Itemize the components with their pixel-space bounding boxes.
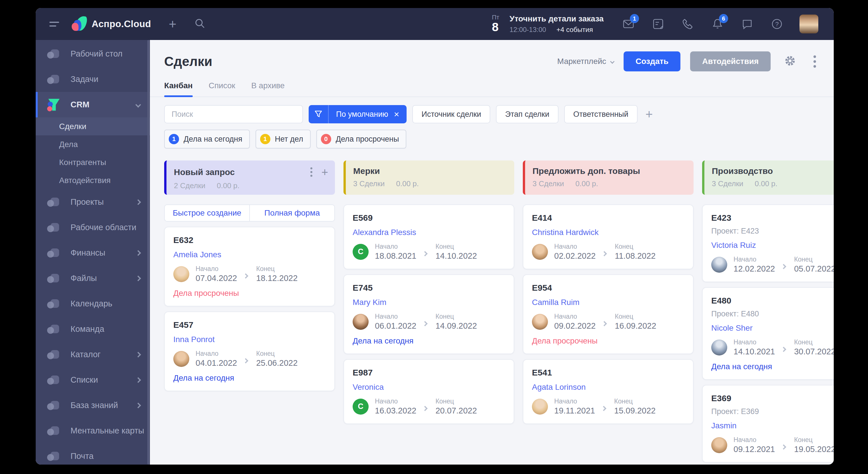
lists-icon [47,374,60,386]
avatar [711,340,727,355]
column-title: Производство [712,166,834,176]
sidebar-item-lists[interactable]: Списки [36,367,150,392]
notes-icon[interactable] [652,18,665,31]
deal-card-E632[interactable]: E632 Amelia Jones Начало07.04.2022 Конец… [164,227,335,306]
chip-today[interactable]: 1 Дела на сегодня [164,130,250,149]
client-link[interactable]: Inna Ponrot [173,335,326,344]
sidebar-item-projects[interactable]: Проекты [36,189,150,215]
deal-card-E987[interactable]: E987 Veronica C Начало16.03.2022 Конец20… [343,359,514,424]
app-logo[interactable]: Аспро.Cloud [72,16,151,32]
sidebar-item-tasks[interactable]: Задачи [36,66,150,92]
help-icon[interactable]: ? [770,18,783,31]
quick-add-icon[interactable]: + [169,18,177,31]
column-new-request: Новый запрос + 2 Сделки 0.00 р. [164,160,335,465]
sidebar-item-desktop[interactable]: Рабочий стол [36,41,150,66]
mail-icon[interactable]: 1 [622,18,635,31]
deal-card-E541[interactable]: E541 Agata Lorinson Начало19.11.2021 Кон… [523,359,693,424]
sidebar-item-files[interactable]: Файлы [36,265,150,291]
phone-icon[interactable] [681,18,694,31]
tab-archive[interactable]: В архиве [251,81,285,96]
arrow-right-icon [601,321,607,326]
deal-id: E632 [173,235,326,245]
sidebar-item-team[interactable]: Команда [36,316,150,342]
filter-deal-source-button[interactable]: Источник сделки [412,105,490,123]
search-input[interactable] [164,105,303,123]
sidebar-item-contractors[interactable]: Контрагенты [36,153,150,171]
deal-card-E745[interactable]: E745 Mary Kim Начало06.01.2022 Конец14.0… [343,275,514,354]
chip-no-activities[interactable]: 1 Нет дел [255,130,311,149]
client-link[interactable]: Veronica [352,383,505,392]
tab-list[interactable]: Список [209,81,235,96]
client-link[interactable]: Christina Hardwick [532,228,684,237]
sidebar-item-calendar[interactable]: Календарь [36,291,150,316]
column-amount: 0.00 р. [575,179,598,188]
deal-card-E457[interactable]: E457 Inna Ponrot Начало04.01.2022 Конец2… [164,312,335,391]
column-menu-icon[interactable] [309,166,313,178]
tab-kanban[interactable]: Канбан [164,81,193,96]
search-icon[interactable] [194,18,206,30]
deal-card-E414[interactable]: E414 Christina Hardwick Начало02.02.2022… [523,204,693,269]
filter-deal-stage-button[interactable]: Этап сделки [496,105,558,123]
sidebar-item-workspaces[interactable]: Рабочие области [36,215,150,240]
column-upsell: Предложить доп. товары 3 Сделки 0.00 р. … [523,160,693,465]
deal-card-E954[interactable]: E954 Camilla Ruim Начало09.02.2022 Конец… [523,275,693,354]
sidebar-item-knowledge-base[interactable]: База знаний [36,392,150,418]
sidebar-item-activities[interactable]: Дела [36,135,150,153]
column-add-icon[interactable]: + [321,166,328,178]
filter-preset-button[interactable]: По умолчанию × [309,105,407,123]
add-filter-icon[interactable]: + [646,108,653,121]
deal-card-E369[interactable]: E369 Проект: E369 Jasmin Начало09.12.202… [702,385,834,463]
quick-create-button[interactable]: Быстрое создание [165,205,250,221]
client-link[interactable]: Nicole Sher [711,323,834,333]
start-date: 06.01.2022 [375,321,416,331]
calendar-date[interactable]: Пт 8 [492,14,499,34]
sidebar-item-mail[interactable]: Почта [36,443,150,465]
event-title: Уточнить детали заказа [510,14,603,24]
quick-filter-chips: 1 Дела на сегодня 1 Нет дел 0 Дела проср… [150,123,834,149]
chat-icon[interactable] [741,18,754,31]
next-event[interactable]: Уточнить детали заказа 12:00-13:00 +4 со… [510,14,603,34]
create-button[interactable]: Создать [624,52,680,71]
client-link[interactable]: Agata Lorinson [532,383,684,392]
funnel-icon[interactable] [309,105,329,123]
start-date: 18.08.2021 [375,251,416,261]
finance-icon [47,247,60,259]
user-avatar[interactable] [800,14,818,33]
sidebar-item-finance[interactable]: Финансы [36,240,150,265]
bell-icon[interactable]: 6 [711,18,724,31]
chip-overdue[interactable]: 0 Дела просрочены [316,130,407,149]
chevron-right-icon [135,199,141,205]
deal-card-E569[interactable]: E569 Alexandra Plessis C Начало18.08.202… [343,204,514,269]
filter-responsible-button[interactable]: Ответственный [564,105,638,123]
client-link[interactable]: Jasmin [711,421,834,430]
client-link[interactable]: Alexandra Plessis [352,228,505,237]
project-label: Проект: E480 [711,310,834,318]
client-link[interactable]: Mary Kim [352,298,505,307]
deal-id: E954 [532,283,684,293]
chevron-right-icon [135,276,141,281]
marketplace-dropdown[interactable]: Маркетплейс [557,57,614,66]
deal-card-E423[interactable]: E423 Проект: E423 Victoria Ruiz Начало12… [702,204,834,282]
tasks-icon [47,73,60,86]
column-count: 2 Сделки [174,181,205,190]
gear-icon[interactable] [783,54,797,69]
sidebar-item-catalog[interactable]: Каталог [36,342,150,367]
client-link[interactable]: Victoria Ruiz [711,241,834,250]
event-time: 12:00-13:00 [510,26,546,34]
sidebar-item-mindmaps[interactable]: Ментальные карты [36,418,150,443]
client-link[interactable]: Camilla Ruim [532,298,684,307]
sidebar-scrollbar[interactable] [147,40,149,465]
deal-card-E480[interactable]: E480 Проект: E480 Nicole Sher Начало14.1… [702,287,834,380]
projects-icon [47,196,60,209]
menu-toggle-icon[interactable] [50,22,61,27]
filter-preset-label: По умолчанию [336,110,388,119]
sidebar-item-deals[interactable]: Сделки [36,117,150,135]
avatar [711,257,727,273]
client-link[interactable]: Amelia Jones [173,250,326,259]
more-menu-icon[interactable] [812,54,818,69]
autoactions-button[interactable]: Автодействия [690,52,771,71]
close-icon[interactable]: × [394,109,399,119]
sidebar-item-crm[interactable]: CRM [36,92,150,117]
sidebar-item-autoactions[interactable]: Автодействия [36,171,150,189]
full-form-button[interactable]: Полная форма [250,205,334,221]
